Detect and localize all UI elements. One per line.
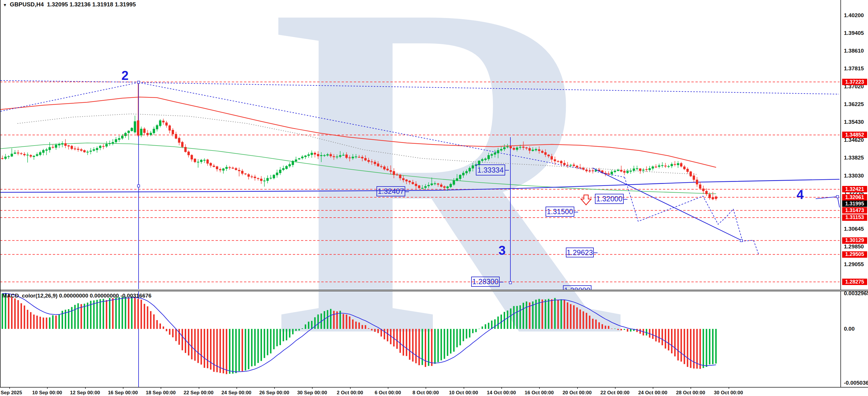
macd-bar <box>614 329 616 329</box>
chart-title: ▼GBPUSD,H4 1.32095 1.32136 1.31918 1.319… <box>3 1 136 8</box>
macd-bar <box>122 297 123 329</box>
date-tick-label: 30 Sep 00:00 <box>297 390 327 396</box>
macd-bar <box>308 322 309 329</box>
date-tick-label: 18 Sep 00:00 <box>146 390 176 396</box>
macd-bar <box>488 323 489 329</box>
date-tick-mark <box>237 387 237 389</box>
date-tick-label: 24 Sep 00:00 <box>221 390 251 396</box>
macd-bar <box>58 314 60 329</box>
wave-number-label[interactable]: 3 <box>498 244 505 257</box>
panel-separator[interactable] <box>0 290 868 292</box>
macd-bar <box>453 329 455 352</box>
macd-bar <box>220 329 221 373</box>
macd-bar <box>709 329 710 364</box>
macd-bar <box>352 319 353 329</box>
macd-bar <box>222 329 224 373</box>
price-target-label[interactable]: 1.28000 <box>563 285 591 290</box>
date-tick-label: 14 Oct 00:00 <box>487 390 516 396</box>
macd-bar <box>33 315 35 329</box>
macd-bar <box>557 300 559 329</box>
macd-bar <box>409 329 410 360</box>
date-axis[interactable]: 8 Sep 202510 Sep 00:0012 Sep 00:0016 Sep… <box>0 388 868 396</box>
price-target-label[interactable]: 1.29623 <box>566 247 594 257</box>
price-tick-label: 1.39405 <box>844 30 864 36</box>
date-tick-label: 16 Oct 00:00 <box>525 390 554 396</box>
macd-bar <box>674 329 676 357</box>
price-target-label[interactable]: 1.32000 <box>595 194 624 204</box>
macd-bar <box>706 329 707 367</box>
macd-bar <box>109 298 111 329</box>
macd-bar <box>71 307 73 329</box>
macd-bar <box>330 309 332 329</box>
price-target-label[interactable]: 1.32407 <box>376 186 405 196</box>
chart-menu-arrow-icon[interactable]: ▼ <box>3 3 7 7</box>
macd-bar <box>485 324 486 329</box>
price-target-label[interactable]: 1.31500 <box>546 207 574 217</box>
macd-bar <box>333 311 335 329</box>
date-tick-label: 30 Oct 00:00 <box>714 390 743 396</box>
macd-axis-label: -0.0050363 <box>844 380 868 386</box>
price-axis[interactable]: 1.402001.394051.386101.378151.370201.362… <box>840 0 868 387</box>
macd-bar <box>580 309 581 329</box>
date-tick-mark <box>615 387 616 389</box>
macd-bar <box>260 329 262 361</box>
macd-bar <box>491 321 492 329</box>
macd-bar <box>494 319 496 329</box>
macd-bar <box>302 328 303 329</box>
macd-bar <box>365 325 366 329</box>
label-tail <box>505 170 509 171</box>
wave-number-label[interactable]: 4 <box>797 188 804 201</box>
macd-bar <box>538 299 540 329</box>
date-tick-label: 22 Sep 00:00 <box>184 390 214 396</box>
macd-bar <box>630 329 631 332</box>
macd-bar <box>681 329 682 362</box>
price-tick-label: 1.29055 <box>844 261 864 268</box>
macd-bar <box>102 299 104 329</box>
macd-bar <box>551 299 553 329</box>
label-tail <box>405 191 409 192</box>
label-tail <box>574 212 578 212</box>
macd-bar <box>450 329 452 354</box>
macd-bar <box>106 300 107 329</box>
macd-bar <box>447 329 448 356</box>
macd-bar <box>30 312 31 329</box>
macd-bar <box>84 304 85 329</box>
macd-bar <box>229 329 230 374</box>
macd-bar <box>270 329 271 353</box>
macd-axis-label: 0.00 <box>844 326 855 332</box>
macd-bar <box>617 329 619 330</box>
macd-bar <box>443 329 445 359</box>
macd-bar <box>586 313 587 329</box>
macd-bar <box>592 319 593 329</box>
macd-bar <box>472 329 473 333</box>
macd-bar <box>598 322 600 329</box>
macd-bar <box>204 329 205 368</box>
macd-histogram <box>2 293 717 374</box>
macd-bar <box>665 329 666 348</box>
macd-bar <box>434 329 436 364</box>
macd-bar <box>519 305 521 329</box>
date-tick-mark <box>123 387 123 389</box>
macd-bar <box>257 329 259 363</box>
date-tick-mark <box>199 387 199 389</box>
macd-indicator-panel[interactable] <box>0 292 868 387</box>
macd-bar <box>661 329 663 345</box>
macd-bar <box>576 307 578 329</box>
level-price-badge: 1.29505 <box>842 251 867 258</box>
macd-bar <box>213 329 215 372</box>
macd-bar <box>340 311 341 329</box>
macd-bar <box>87 303 88 329</box>
macd-bar <box>295 329 297 331</box>
macd-bar <box>314 317 316 329</box>
symbol-timeframe: GBPUSD,H4 <box>10 1 44 7</box>
macd-bar <box>703 329 704 368</box>
macd-bar <box>251 329 252 366</box>
date-tick-label: 16 Sep 00:00 <box>108 390 138 396</box>
macd-bar <box>327 310 328 329</box>
price-target-label[interactable]: 1.28300 <box>471 277 500 287</box>
macd-bar <box>605 326 606 329</box>
wave-number-label[interactable]: 2 <box>121 69 128 82</box>
macd-bar <box>11 297 12 329</box>
macd-bar <box>242 329 243 371</box>
price-target-label[interactable]: 1.33334 <box>476 164 505 176</box>
